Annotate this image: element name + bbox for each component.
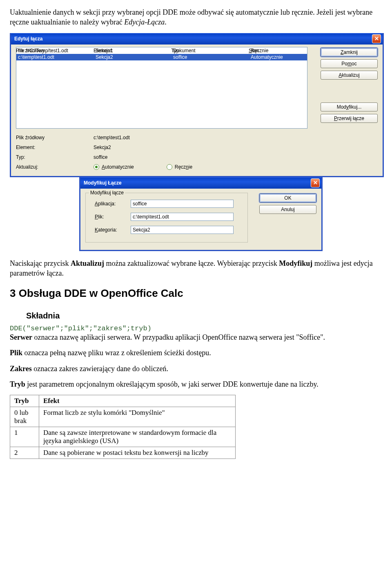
edit-links-titlebar[interactable]: Edytuj łącza ✕ [11, 33, 383, 45]
detail-typ-value: soffice [94, 154, 107, 160]
cell-element: Sekcja2 [94, 54, 172, 60]
list-item[interactable]: file:///C:/Temp/test1.odt Sekcja1 Dokume… [16, 47, 307, 54]
modify-link-fieldset: Modyfikuj łącze Aplikacja:Aplikacja: Pli… [85, 193, 248, 243]
tryb-table: Tryb Efekt 0 lub brak Format liczb ze st… [10, 395, 236, 459]
cell-source: file:///C:/Temp/test1.odt [16, 48, 94, 53]
radio-auto-label: Automatycznie [102, 164, 134, 170]
cat-input[interactable] [131, 226, 234, 234]
detail-element-value: Sekcja2 [94, 145, 111, 150]
btn-ref-aktualizuj: Aktualizuj [71, 259, 104, 267]
cancel-button[interactable]: Anuluj [259, 205, 316, 214]
modify-button[interactable]: Modyfikuj...Modyfikuj... [321, 102, 378, 111]
cell-efekt: Format liczb ze stylu komórki "Domyślnie… [39, 407, 236, 427]
cell-efekt: Dane są zawsze interpretowane w standard… [39, 427, 236, 447]
intro-menu-path: Edycja-Łącza [124, 18, 165, 26]
link-details: Plik źródłowy c:\temp\test1.odt Element:… [16, 133, 378, 172]
param-serwer: Serwer oznacza nazwę aplikacji serwera. … [10, 332, 382, 342]
update-button[interactable]: AktualizujAktualizuj [321, 71, 378, 80]
help-button[interactable]: PomocPomoc [321, 59, 378, 68]
detail-source-value: c:\temp\test1.odt [94, 135, 130, 140]
param-tryb: Tryb jest parametrem opcjonalnym określa… [10, 379, 382, 389]
app-label: Aplikacja:Aplikacja: [89, 201, 131, 207]
post-dialog-paragraph: Naciskając przycisk Aktualizuj można zak… [10, 258, 382, 278]
cell-element: Sekcja1 [94, 48, 172, 53]
th-efekt: Efekt [39, 395, 236, 407]
fieldset-legend: Modyfikuj łącze [89, 190, 125, 196]
cell-tryb: 0 lub brak [10, 407, 39, 427]
app-input[interactable] [131, 200, 234, 208]
intro-paragraph: Uaktualnienie danych w sekcji przy wybra… [10, 7, 382, 27]
syntax-heading: Składnia [26, 311, 382, 321]
param-zakres: Zakres oznacza zakres zawierający dane d… [10, 364, 382, 374]
detail-typ-label: Typ: [16, 154, 94, 160]
detail-element-label: Element: [16, 145, 94, 150]
modify-link-title: Modyfikuj Łącze [84, 180, 122, 186]
cell-typ: Dokument [172, 48, 249, 53]
radio-manual[interactable]: Ręcznie Ręcznie [167, 164, 192, 170]
cell-tryb: 2 [10, 447, 39, 459]
intro-text-3: . [165, 18, 167, 26]
radio-auto[interactable]: Automatycznie Automatycznie [94, 164, 134, 170]
param-plik: Plik oznacza pełną nazwę pliku wraz z ok… [10, 348, 382, 358]
cell-tryb: 1 [10, 427, 39, 447]
file-input[interactable] [131, 213, 234, 221]
list-item-selected[interactable]: c:\temp\test1.odt Sekcja2 soffice Automa… [16, 54, 307, 60]
cell-stan: Ręcznie [249, 48, 306, 53]
table-row: 1 Dane są zawsze interpretowane w standa… [10, 427, 236, 447]
close-button[interactable]: ZamknijZamknij [321, 48, 378, 57]
table-row: Tryb Efekt [10, 395, 236, 407]
radio-manual-label: Ręcznie [175, 164, 192, 170]
table-row: 0 lub brak Format liczb ze stylu komórki… [10, 407, 236, 427]
dde-syntax-code: DDE("serwer";"plik";"zakres";tryb) [10, 325, 382, 332]
modify-link-dialog: Modyfikuj Łącze ✕ Modyfikuj łącze Aplika… [79, 177, 323, 251]
edit-links-dialog: Edytuj łącza ✕ Plik źródłowy Element: Ty… [10, 33, 384, 177]
th-tryb: Tryb [10, 395, 39, 407]
cat-label: Kategoria:Kategoria: [89, 227, 131, 233]
ok-button[interactable]: OK [259, 194, 316, 203]
break-link-button[interactable]: Przerwij łączePrzerwij łącze [321, 114, 378, 123]
cell-source: c:\temp\test1.odt [16, 54, 94, 60]
detail-source-label: Plik źródłowy [16, 135, 94, 140]
edit-links-title: Edytuj łącza [14, 36, 42, 42]
file-label: Plik:Plik: [89, 214, 131, 220]
table-row: 2 Dane są pobierane w postaci tekstu bez… [10, 447, 236, 459]
cell-stan: Automatycznie [249, 54, 306, 60]
cell-typ: soffice [172, 54, 249, 60]
intro-text-1: Uaktualnienie danych w sekcji przy wybra… [10, 8, 372, 26]
section-heading: 3 Obsługa DDE w OpenOffice Calc [10, 287, 382, 300]
close-icon[interactable]: ✕ [372, 34, 381, 43]
cell-efekt: Dane są pobierane w postaci tekstu bez k… [39, 447, 236, 459]
close-icon[interactable]: ✕ [311, 178, 320, 187]
detail-update-label: Aktualizuj: [16, 164, 94, 170]
modify-link-titlebar[interactable]: Modyfikuj Łącze ✕ [80, 177, 321, 189]
btn-ref-modyfikuj: Modyfikuj [279, 259, 312, 267]
